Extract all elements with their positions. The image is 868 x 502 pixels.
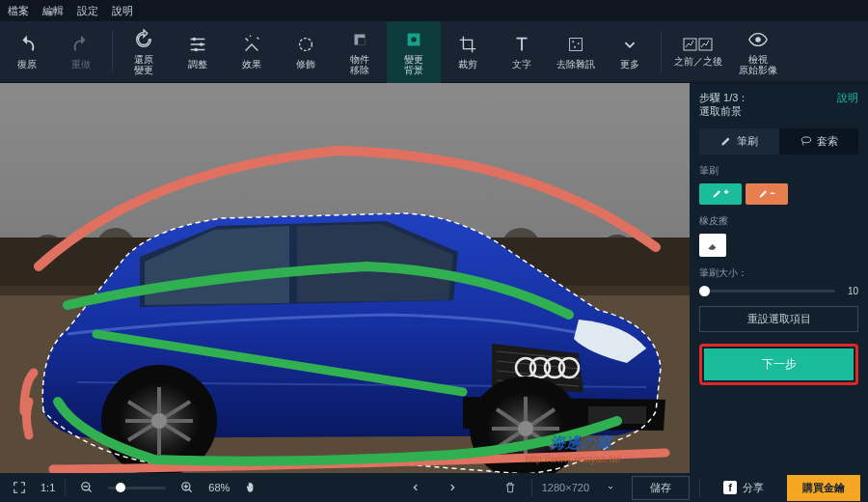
svg-text:海邊の窩: 海邊の窩 [549, 433, 614, 451]
svg-point-10 [578, 42, 580, 44]
canvas-area[interactable]: 海邊の窩 http://www.xiaoyao.tw/ [0, 83, 690, 473]
more-button[interactable]: 更多 [603, 21, 657, 83]
svg-point-1 [200, 42, 203, 46]
facebook-icon: f [723, 481, 737, 494]
eraser-icon [706, 238, 719, 252]
denoise-button[interactable]: 去除雜訊 [549, 21, 603, 83]
delete-button[interactable] [499, 476, 522, 499]
svg-point-14 [755, 37, 761, 42]
brush-size-slider[interactable] [699, 290, 835, 293]
svg-rect-5 [358, 38, 365, 44]
redo-button[interactable]: 重做 [54, 21, 108, 83]
view-original-button[interactable]: 檢視 原始影像 [731, 21, 785, 83]
svg-point-9 [572, 41, 574, 42]
change-bg-icon [403, 29, 424, 50]
svg-point-42 [151, 413, 167, 429]
chevron-down-icon [619, 34, 640, 55]
hand-icon [244, 481, 258, 494]
selection-tabs: 筆刷 套索 [699, 128, 858, 154]
step-indicator: 步驟 1/3： 選取前景 [699, 91, 748, 119]
fullscreen-icon [13, 481, 26, 494]
retouch-button[interactable]: 修飾 [279, 21, 333, 83]
revert-icon [133, 29, 154, 50]
sidebar-panel: 步驟 1/3： 選取前景 說明 筆刷 套索 筆刷 橡皮擦 [690, 83, 868, 473]
dimensions-dropdown[interactable] [599, 476, 622, 499]
svg-text:http://www.xiaoyao.tw/: http://www.xiaoyao.tw/ [526, 454, 621, 464]
retouch-icon [295, 34, 316, 55]
chevron-left-icon [411, 483, 420, 492]
undo-icon [16, 34, 38, 55]
menu-file[interactable]: 檔案 [8, 4, 29, 18]
brush-icon [719, 134, 733, 148]
denoise-icon [565, 34, 586, 55]
reset-selection-button[interactable]: 重設選取項目 [699, 306, 858, 332]
next-step-highlight: 下一步 [699, 344, 858, 385]
crop-icon [457, 34, 478, 55]
brush-add-button[interactable] [699, 183, 742, 205]
svg-point-11 [574, 46, 576, 48]
change-background-button[interactable]: 變更 背景 [387, 21, 441, 83]
zoom-out-button[interactable] [75, 476, 98, 499]
redo-icon [70, 34, 92, 55]
menu-help[interactable]: 說明 [112, 4, 133, 18]
lasso-icon [800, 134, 813, 148]
save-button[interactable]: 儲存 [632, 476, 690, 500]
undo-button[interactable]: 復原 [0, 21, 54, 83]
svg-point-3 [300, 39, 312, 51]
svg-rect-8 [570, 39, 583, 51]
tab-brush[interactable]: 筆刷 [699, 128, 779, 154]
adjust-icon [187, 34, 208, 55]
share-button[interactable]: f 分享 [710, 477, 777, 499]
zoom-slider[interactable] [108, 487, 166, 489]
toolbar: 復原 重做 還原 變更 調整 效果 修飾 物件 移除 變更 背景 裁剪 文字 去… [0, 21, 868, 83]
svg-point-0 [193, 38, 197, 42]
trash-icon [503, 481, 517, 494]
dimensions-label: 1280×720 [542, 482, 589, 493]
eraser-button[interactable] [699, 234, 726, 257]
effects-button[interactable]: 效果 [225, 21, 279, 83]
canvas-image: 海邊の窩 http://www.xiaoyao.tw/ [0, 83, 690, 473]
zoom-out-icon [80, 481, 94, 494]
brush-size-value: 10 [841, 286, 858, 296]
buy-key-button[interactable]: 購買金鑰 [787, 475, 860, 501]
text-icon [511, 34, 532, 55]
zoom-in-button[interactable] [176, 476, 199, 499]
revert-button[interactable]: 還原 變更 [117, 21, 171, 83]
text-button[interactable]: 文字 [495, 21, 549, 83]
svg-point-7 [411, 37, 417, 42]
svg-point-52 [801, 137, 810, 143]
zoom-in-icon [180, 481, 194, 494]
chevron-right-icon [448, 483, 457, 492]
next-image-button[interactable] [441, 476, 464, 499]
chevron-down-icon [607, 484, 614, 491]
brush-minus-icon [758, 187, 775, 201]
before-after-button[interactable]: 之前／之後 [665, 21, 731, 83]
eye-icon [747, 29, 769, 50]
remove-object-icon [349, 29, 370, 50]
brush-subtract-button[interactable] [746, 183, 788, 205]
fullscreen-button[interactable] [8, 476, 31, 499]
remove-object-button[interactable]: 物件 移除 [333, 21, 387, 83]
eraser-label: 橡皮擦 [699, 214, 858, 228]
pan-button[interactable] [239, 476, 262, 499]
before-after-icon [683, 37, 714, 52]
menu-edit[interactable]: 編輯 [42, 4, 64, 18]
tab-lasso[interactable]: 套索 [779, 128, 859, 154]
help-link[interactable]: 說明 [837, 91, 858, 105]
svg-point-2 [194, 48, 198, 52]
adjust-button[interactable]: 調整 [171, 21, 225, 83]
brush-plus-icon [712, 187, 729, 201]
menubar: 檔案 編輯 設定 說明 [0, 0, 868, 21]
brush-size-label: 筆刷大小： [699, 266, 858, 280]
svg-point-25 [599, 235, 636, 271]
crop-button[interactable]: 裁剪 [441, 21, 495, 83]
next-step-button[interactable]: 下一步 [704, 349, 854, 380]
zoom-percent: 68% [208, 482, 230, 493]
statusbar: 1:1 68% 1280×720 儲存 f 分享 購買金鑰 [0, 473, 868, 502]
effects-icon [241, 34, 262, 55]
menu-settings[interactable]: 設定 [77, 4, 98, 18]
prev-image-button[interactable] [404, 476, 427, 499]
zoom-ratio[interactable]: 1:1 [41, 482, 55, 493]
brush-label: 筆刷 [699, 164, 858, 178]
svg-point-49 [518, 421, 533, 436]
